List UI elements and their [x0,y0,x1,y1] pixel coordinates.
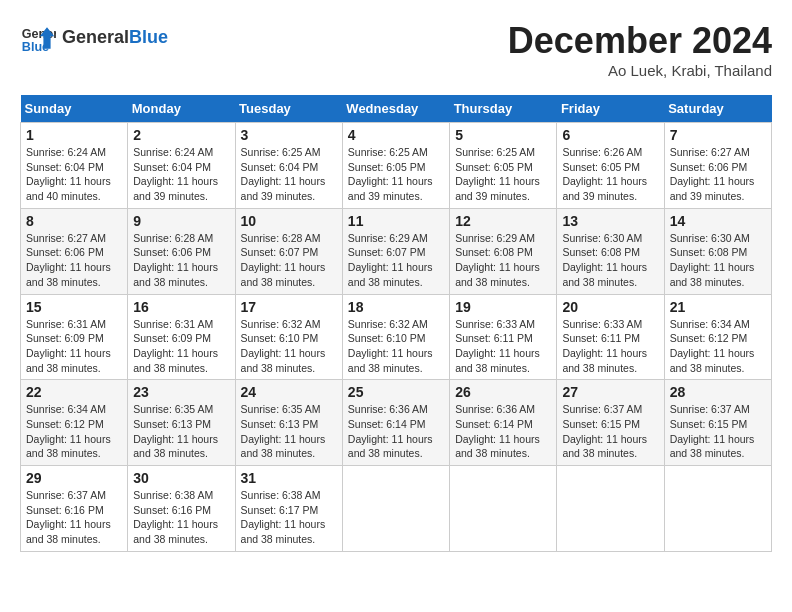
day-number: 10 [241,213,337,229]
calendar-cell: 1Sunrise: 6:24 AM Sunset: 6:04 PM Daylig… [21,123,128,209]
calendar-cell: 31Sunrise: 6:38 AM Sunset: 6:17 PM Dayli… [235,466,342,552]
day-number: 18 [348,299,444,315]
day-number: 14 [670,213,766,229]
logo-icon: General Blue [20,20,56,56]
day-number: 2 [133,127,229,143]
day-info: Sunrise: 6:33 AM Sunset: 6:11 PM Dayligh… [562,317,658,376]
day-info: Sunrise: 6:31 AM Sunset: 6:09 PM Dayligh… [26,317,122,376]
col-tuesday: Tuesday [235,95,342,123]
day-number: 19 [455,299,551,315]
calendar-cell: 28Sunrise: 6:37 AM Sunset: 6:15 PM Dayli… [664,380,771,466]
day-number: 17 [241,299,337,315]
page-header: General Blue GeneralBlue December 2024 A… [20,20,772,79]
calendar-cell: 20Sunrise: 6:33 AM Sunset: 6:11 PM Dayli… [557,294,664,380]
day-info: Sunrise: 6:36 AM Sunset: 6:14 PM Dayligh… [455,402,551,461]
calendar-cell: 25Sunrise: 6:36 AM Sunset: 6:14 PM Dayli… [342,380,449,466]
day-info: Sunrise: 6:31 AM Sunset: 6:09 PM Dayligh… [133,317,229,376]
calendar-table: Sunday Monday Tuesday Wednesday Thursday… [20,95,772,552]
day-info: Sunrise: 6:32 AM Sunset: 6:10 PM Dayligh… [241,317,337,376]
calendar-cell: 3Sunrise: 6:25 AM Sunset: 6:04 PM Daylig… [235,123,342,209]
calendar-cell: 8Sunrise: 6:27 AM Sunset: 6:06 PM Daylig… [21,208,128,294]
day-info: Sunrise: 6:34 AM Sunset: 6:12 PM Dayligh… [670,317,766,376]
day-info: Sunrise: 6:30 AM Sunset: 6:08 PM Dayligh… [670,231,766,290]
day-number: 23 [133,384,229,400]
day-number: 6 [562,127,658,143]
day-info: Sunrise: 6:37 AM Sunset: 6:16 PM Dayligh… [26,488,122,547]
day-info: Sunrise: 6:36 AM Sunset: 6:14 PM Dayligh… [348,402,444,461]
day-number: 30 [133,470,229,486]
day-info: Sunrise: 6:25 AM Sunset: 6:05 PM Dayligh… [455,145,551,204]
col-monday: Monday [128,95,235,123]
day-number: 29 [26,470,122,486]
calendar-cell: 30Sunrise: 6:38 AM Sunset: 6:16 PM Dayli… [128,466,235,552]
day-info: Sunrise: 6:38 AM Sunset: 6:17 PM Dayligh… [241,488,337,547]
day-info: Sunrise: 6:25 AM Sunset: 6:05 PM Dayligh… [348,145,444,204]
logo-blue: Blue [129,27,168,47]
calendar-week-5: 29Sunrise: 6:37 AM Sunset: 6:16 PM Dayli… [21,466,772,552]
day-number: 24 [241,384,337,400]
header-row: Sunday Monday Tuesday Wednesday Thursday… [21,95,772,123]
month-title: December 2024 [508,20,772,62]
calendar-cell [664,466,771,552]
title-block: December 2024 Ao Luek, Krabi, Thailand [508,20,772,79]
day-info: Sunrise: 6:35 AM Sunset: 6:13 PM Dayligh… [133,402,229,461]
day-info: Sunrise: 6:25 AM Sunset: 6:04 PM Dayligh… [241,145,337,204]
calendar-body: 1Sunrise: 6:24 AM Sunset: 6:04 PM Daylig… [21,123,772,552]
day-info: Sunrise: 6:32 AM Sunset: 6:10 PM Dayligh… [348,317,444,376]
calendar-cell: 4Sunrise: 6:25 AM Sunset: 6:05 PM Daylig… [342,123,449,209]
day-number: 28 [670,384,766,400]
calendar-cell: 19Sunrise: 6:33 AM Sunset: 6:11 PM Dayli… [450,294,557,380]
calendar-week-2: 8Sunrise: 6:27 AM Sunset: 6:06 PM Daylig… [21,208,772,294]
day-number: 4 [348,127,444,143]
day-info: Sunrise: 6:37 AM Sunset: 6:15 PM Dayligh… [562,402,658,461]
calendar-cell: 22Sunrise: 6:34 AM Sunset: 6:12 PM Dayli… [21,380,128,466]
calendar-week-3: 15Sunrise: 6:31 AM Sunset: 6:09 PM Dayli… [21,294,772,380]
day-number: 27 [562,384,658,400]
calendar-cell: 18Sunrise: 6:32 AM Sunset: 6:10 PM Dayli… [342,294,449,380]
calendar-cell: 13Sunrise: 6:30 AM Sunset: 6:08 PM Dayli… [557,208,664,294]
calendar-cell [342,466,449,552]
calendar-cell: 17Sunrise: 6:32 AM Sunset: 6:10 PM Dayli… [235,294,342,380]
day-info: Sunrise: 6:28 AM Sunset: 6:07 PM Dayligh… [241,231,337,290]
col-sunday: Sunday [21,95,128,123]
calendar-cell: 10Sunrise: 6:28 AM Sunset: 6:07 PM Dayli… [235,208,342,294]
calendar-cell: 26Sunrise: 6:36 AM Sunset: 6:14 PM Dayli… [450,380,557,466]
day-info: Sunrise: 6:29 AM Sunset: 6:07 PM Dayligh… [348,231,444,290]
col-saturday: Saturday [664,95,771,123]
day-info: Sunrise: 6:38 AM Sunset: 6:16 PM Dayligh… [133,488,229,547]
day-number: 12 [455,213,551,229]
day-number: 31 [241,470,337,486]
calendar-cell: 7Sunrise: 6:27 AM Sunset: 6:06 PM Daylig… [664,123,771,209]
logo: General Blue GeneralBlue [20,20,168,56]
day-number: 20 [562,299,658,315]
day-number: 15 [26,299,122,315]
calendar-cell: 24Sunrise: 6:35 AM Sunset: 6:13 PM Dayli… [235,380,342,466]
calendar-cell: 5Sunrise: 6:25 AM Sunset: 6:05 PM Daylig… [450,123,557,209]
calendar-cell: 9Sunrise: 6:28 AM Sunset: 6:06 PM Daylig… [128,208,235,294]
calendar-cell: 12Sunrise: 6:29 AM Sunset: 6:08 PM Dayli… [450,208,557,294]
day-info: Sunrise: 6:35 AM Sunset: 6:13 PM Dayligh… [241,402,337,461]
calendar-cell: 15Sunrise: 6:31 AM Sunset: 6:09 PM Dayli… [21,294,128,380]
day-info: Sunrise: 6:27 AM Sunset: 6:06 PM Dayligh… [26,231,122,290]
day-info: Sunrise: 6:30 AM Sunset: 6:08 PM Dayligh… [562,231,658,290]
calendar-cell: 29Sunrise: 6:37 AM Sunset: 6:16 PM Dayli… [21,466,128,552]
day-info: Sunrise: 6:37 AM Sunset: 6:15 PM Dayligh… [670,402,766,461]
day-info: Sunrise: 6:24 AM Sunset: 6:04 PM Dayligh… [133,145,229,204]
day-number: 8 [26,213,122,229]
calendar-cell [450,466,557,552]
day-number: 13 [562,213,658,229]
calendar-cell: 27Sunrise: 6:37 AM Sunset: 6:15 PM Dayli… [557,380,664,466]
day-info: Sunrise: 6:28 AM Sunset: 6:06 PM Dayligh… [133,231,229,290]
location: Ao Luek, Krabi, Thailand [508,62,772,79]
day-number: 16 [133,299,229,315]
day-number: 26 [455,384,551,400]
logo-general: General [62,27,129,47]
day-number: 25 [348,384,444,400]
calendar-week-1: 1Sunrise: 6:24 AM Sunset: 6:04 PM Daylig… [21,123,772,209]
calendar-cell: 21Sunrise: 6:34 AM Sunset: 6:12 PM Dayli… [664,294,771,380]
col-wednesday: Wednesday [342,95,449,123]
day-number: 3 [241,127,337,143]
calendar-header: Sunday Monday Tuesday Wednesday Thursday… [21,95,772,123]
calendar-cell: 23Sunrise: 6:35 AM Sunset: 6:13 PM Dayli… [128,380,235,466]
calendar-cell: 6Sunrise: 6:26 AM Sunset: 6:05 PM Daylig… [557,123,664,209]
